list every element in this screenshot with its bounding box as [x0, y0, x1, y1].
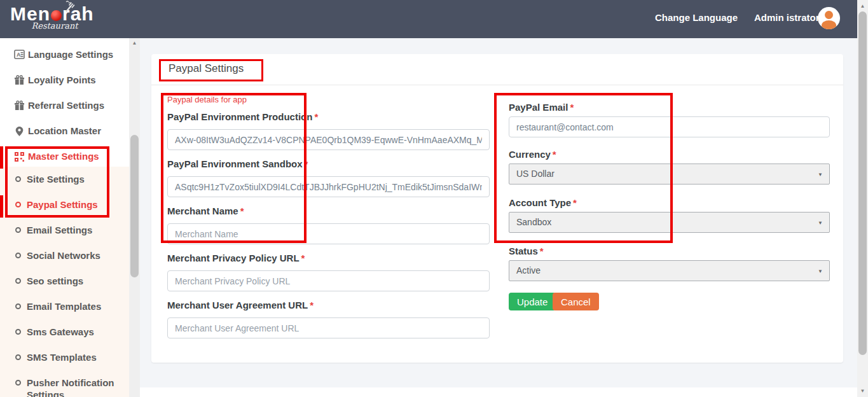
avatar-person-icon — [825, 11, 833, 19]
sidebar-item-sms-templates[interactable]: SMS Templates — [0, 351, 129, 375]
tomato-icon — [51, 10, 62, 21]
circle-bullet-icon — [15, 227, 21, 233]
field-label-paypal-email: PayPal Email* — [509, 102, 574, 113]
sidebar-item-site-settings[interactable]: Site Settings — [0, 173, 129, 197]
sidebar-item-email-settings[interactable]: Email Settings — [0, 224, 129, 248]
sidebar-item-social-networks[interactable]: Social Networks — [0, 249, 129, 274]
user-agreement-url-input[interactable] — [167, 317, 490, 338]
required-marker: * — [540, 246, 544, 256]
circle-bullet-icon — [15, 380, 21, 386]
field-label-status: Status* — [509, 246, 544, 256]
page-title: Paypal Settings — [169, 62, 244, 75]
sidebar-item-paypal-settings[interactable]: Paypal Settings — [0, 198, 129, 223]
sidebar-item-pusher-notification-settings[interactable]: Pusher Notification Settings — [0, 377, 129, 397]
sidebar-item-seo-settings[interactable]: Seo settings — [0, 275, 129, 299]
circle-bullet-icon — [15, 329, 21, 335]
status-select[interactable]: Active ▼ — [509, 260, 830, 281]
chevron-down-icon: ▼ — [818, 213, 823, 233]
circle-bullet-icon — [15, 202, 21, 207]
paypal-email-input[interactable] — [509, 116, 830, 137]
gift-icon — [14, 75, 25, 86]
sidebar-item-location-master[interactable]: Location Master — [0, 122, 129, 143]
scroll-up-icon[interactable]: ▲ — [129, 40, 140, 46]
circle-bullet-icon — [15, 176, 21, 182]
scroll-down-icon[interactable]: ▼ — [857, 388, 868, 394]
privacy-policy-url-input[interactable] — [167, 270, 490, 291]
fork-icon — [60, 1, 76, 13]
svg-text:A: A — [17, 52, 21, 58]
scroll-up-icon[interactable]: ▲ — [857, 3, 868, 9]
footer-strip — [140, 387, 857, 397]
required-marker: * — [305, 158, 308, 169]
section-note: Paypal details for app — [167, 95, 247, 104]
required-marker: * — [573, 197, 577, 208]
user-avatar[interactable] — [818, 7, 840, 29]
field-label-merchant-name: Merchant Name* — [167, 205, 244, 216]
sidebar-item-referral-settings[interactable]: Referral Settings — [0, 97, 129, 117]
field-label-production: PayPal Environment Production* — [167, 111, 318, 122]
production-key-input[interactable] — [167, 129, 490, 150]
qrcode-icon — [14, 151, 25, 162]
sidebar-nav: A Language Settings Loyality Points Refe… — [0, 38, 129, 397]
gift-icon — [14, 101, 25, 111]
app-screen: Menrah Restaurant Change Language Admin … — [0, 0, 868, 397]
field-label-currency: Currency* — [509, 149, 556, 160]
sidebar-scrollbar[interactable]: ▲ — [129, 38, 140, 397]
merchant-name-input[interactable] — [167, 223, 490, 244]
field-label-account-type: Account Type* — [509, 197, 577, 208]
required-marker: * — [553, 149, 556, 160]
required-marker: * — [310, 300, 313, 310]
master-settings-submenu: Site Settings Paypal Settings Email Sett… — [0, 167, 129, 397]
circle-bullet-icon — [15, 354, 21, 360]
field-label-privacy-url: Merchant Privacy Policy URL* — [167, 253, 305, 263]
field-label-sandbox: PayPal Environment Sandbox* — [167, 158, 308, 169]
sidebar-item-loyality-points[interactable]: Loyality Points — [0, 71, 129, 92]
user-menu-label[interactable]: Admin istrator — [754, 12, 820, 23]
circle-bullet-icon — [15, 278, 21, 284]
page-scrollbar[interactable]: ▲ ▼ — [857, 0, 868, 397]
update-button[interactable]: Update — [509, 293, 556, 310]
account-type-select[interactable]: Sandbox ▼ — [509, 212, 830, 233]
brand-logo[interactable]: Menrah Restaurant — [10, 3, 118, 36]
sidebar-scrollbar-thumb[interactable] — [130, 135, 139, 277]
page-scrollbar-thumb[interactable] — [858, 11, 867, 355]
required-marker: * — [570, 102, 574, 113]
required-marker: * — [240, 205, 244, 216]
top-header: Menrah Restaurant Change Language Admin … — [0, 0, 857, 38]
change-language-link[interactable]: Change Language — [655, 12, 738, 23]
language-icon: A — [14, 50, 25, 60]
sidebar-item-language-settings[interactable]: A Language Settings — [0, 46, 129, 66]
chevron-down-icon: ▼ — [818, 165, 823, 185]
circle-bullet-icon — [15, 253, 21, 258]
divider — [151, 85, 843, 85]
required-marker: * — [314, 111, 318, 122]
sidebar-item-email-templates[interactable]: Email Templates — [0, 300, 129, 324]
sidebar-item-sms-gateways[interactable]: Sms Gateways — [0, 326, 129, 350]
chevron-down-icon: ▼ — [818, 261, 823, 281]
required-marker: * — [301, 253, 305, 263]
map-marker-icon — [14, 126, 25, 137]
circle-bullet-icon — [15, 303, 21, 309]
cancel-button[interactable]: Cancel — [553, 293, 599, 310]
paypal-settings-card: Paypal Settings Paypal details for app P… — [151, 54, 843, 363]
sidebar-item-master-settings[interactable]: Master Settings — [0, 148, 129, 168]
sandbox-key-input[interactable] — [167, 176, 490, 197]
currency-select[interactable]: US Dollar ▼ — [509, 164, 830, 185]
field-label-agreement-url: Merchant User Agreement URL* — [167, 300, 313, 310]
